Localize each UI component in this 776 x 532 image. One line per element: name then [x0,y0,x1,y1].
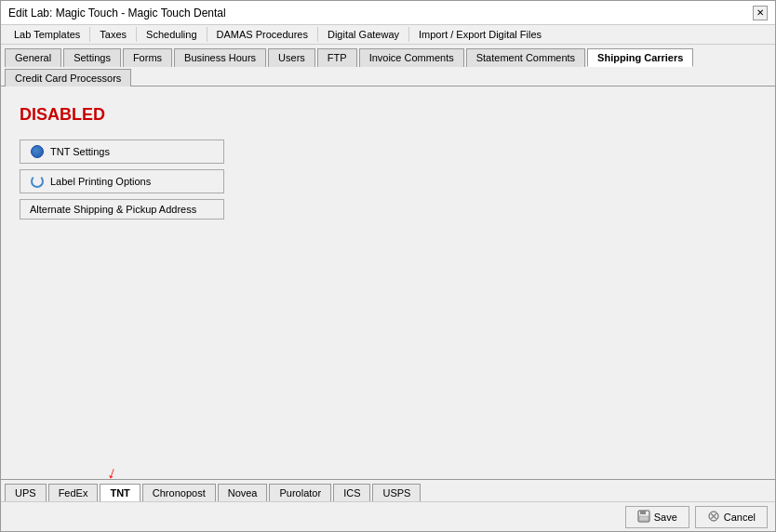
tab-forms[interactable]: Forms [123,48,172,67]
tab-shipping-carriers[interactable]: Shipping Carriers [587,48,693,67]
menu-group-taxes: Taxes [90,27,137,42]
menu-item-scheduling[interactable]: Scheduling [140,27,202,42]
nav-tabs: General Settings Forms Business Hours Us… [1,45,775,86]
globe-icon [30,144,45,159]
menu-item-lab-templates[interactable]: Lab Templates [8,27,86,42]
bottom-tabs: ↓ UPS FedEx TNT Chronopost Novea Purolat… [1,479,775,501]
menu-group-damas: DAMAS Procedures [207,27,318,42]
menu-group-digital-gateway: Digital Gateway [318,27,409,42]
svg-rect-1 [640,511,646,514]
bottom-tab-ics[interactable]: ICS [333,484,370,501]
save-icon [637,510,650,525]
status-label: DISABLED [20,105,756,125]
main-panel: DISABLED TNT Settings Label Printing Opt… [1,86,775,479]
title-bar-controls: ✕ [753,6,768,20]
menu-group-scheduling: Scheduling [137,27,207,42]
menu-item-digital-gateway[interactable]: Digital Gateway [322,27,405,42]
refresh-icon [30,174,45,189]
bottom-tab-fedex[interactable]: FedEx [48,484,99,501]
tab-credit-card[interactable]: Credit Card Processors [5,69,131,86]
tab-general[interactable]: General [5,48,61,67]
tnt-settings-button[interactable]: TNT Settings [20,140,224,164]
svg-rect-2 [639,516,649,521]
menu-item-taxes[interactable]: Taxes [94,27,132,42]
bottom-tab-chronopost[interactable]: Chronopost [142,484,216,501]
window-title: Edit Lab: Magic Touch - Magic Touch Dent… [8,7,226,20]
menu-bar: Lab Templates Taxes Scheduling DAMAS Pro… [1,25,775,45]
bottom-tab-purolator[interactable]: Purolator [269,484,331,501]
tab-statement-comments[interactable]: Statement Comments [466,48,585,67]
save-button[interactable]: Save [625,506,689,528]
menu-item-import-export[interactable]: Import / Export Digital Files [413,27,547,42]
bottom-tab-usps[interactable]: USPS [372,484,421,501]
cancel-icon [707,510,720,525]
action-buttons: TNT Settings Label Printing Options Alte… [20,140,224,219]
tab-settings[interactable]: Settings [63,48,121,67]
menu-group-lab-templates: Lab Templates [5,27,90,42]
tab-invoice-comments[interactable]: Invoice Comments [359,48,464,67]
title-bar: Edit Lab: Magic Touch - Magic Touch Dent… [1,1,775,25]
cancel-button[interactable]: Cancel [695,506,768,528]
tab-users[interactable]: Users [268,48,315,67]
main-window: Edit Lab: Magic Touch - Magic Touch Dent… [0,0,776,532]
bottom-tab-novea[interactable]: Novea [218,484,268,501]
tab-ftp[interactable]: FTP [317,48,357,67]
footer-bar: Save Cancel [1,501,775,531]
tab-business-hours[interactable]: Business Hours [174,48,266,67]
alternate-shipping-button[interactable]: Alternate Shipping & Pickup Address [20,199,224,219]
menu-group-import-export: Import / Export Digital Files [409,27,551,42]
label-printing-button[interactable]: Label Printing Options [20,169,224,193]
close-button[interactable]: ✕ [753,6,768,20]
bottom-tab-tnt[interactable]: TNT [100,484,140,501]
bottom-tab-ups[interactable]: UPS [5,484,47,501]
menu-item-damas[interactable]: DAMAS Procedures [211,27,314,42]
